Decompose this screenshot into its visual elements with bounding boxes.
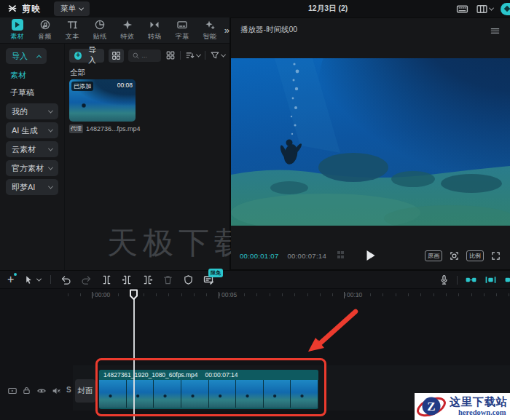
solo-track-icon[interactable]: S (66, 386, 71, 394)
cover-button[interactable]: 封面 (75, 379, 95, 403)
shortcut-keyboard-icon[interactable] (456, 3, 468, 15)
project-date-title: 12月3日 (2) (308, 4, 348, 14)
ribbon-expand-button[interactable]: » (224, 25, 230, 36)
capcut-logo-icon (7, 4, 17, 14)
export-button[interactable] (501, 3, 510, 15)
snap-toggle-icon[interactable] (465, 274, 477, 286)
media-tab-icon (12, 19, 23, 31)
filter-all-label: 全部 (70, 68, 85, 78)
ratio-button[interactable]: 比例 (466, 250, 484, 261)
tab-effects[interactable]: 特效 (114, 18, 141, 43)
search-icon (132, 52, 140, 60)
titlebar: 剪映 菜单 12月3日 (2) (0, 0, 510, 17)
audio-icon (39, 19, 51, 31)
delete-button[interactable] (162, 274, 173, 285)
app-name: 剪映 (22, 3, 41, 15)
tab-audio[interactable]: 音频 (31, 18, 59, 43)
media-library: + 导入 ... (64, 44, 230, 270)
clip-duration-badge: 00:08 (117, 82, 133, 89)
captions-icon (176, 19, 188, 31)
sidebar-item-import[interactable]: 导入 (6, 48, 47, 64)
chevron-down-icon (48, 146, 53, 151)
freeze-shield-icon[interactable] (183, 274, 194, 285)
proxy-badge: 代理 (69, 124, 83, 133)
preview-axis-toggle-icon[interactable] (504, 274, 510, 286)
tab-transition[interactable]: 转场 (141, 18, 169, 43)
chevron-down-icon (48, 165, 53, 170)
timeline-toolbar: + (0, 271, 510, 289)
chevron-down-icon (79, 5, 84, 10)
ruler-label-10: 00:10 (344, 292, 362, 298)
chevron-down-icon (48, 108, 53, 113)
sidebar-item-mine[interactable]: 我的 (6, 103, 58, 119)
chevron-up-icon (36, 55, 42, 60)
watermark-heredown: Z 这里下载站 heredown.com (415, 393, 510, 420)
media-clip-card[interactable]: 已添加 00:08 (69, 79, 136, 122)
added-badge: 已添加 (71, 82, 93, 91)
search-placeholder: ... (142, 52, 148, 59)
media-sidebar: 导入 素材 子草稿 我的 AI 生成 云素材 官方素材 即梦AI (0, 44, 64, 270)
delete-left-button[interactable] (122, 274, 133, 285)
layout-switch-icon[interactable] (476, 3, 493, 15)
clip-filename: 1482736...fps.mp4 (86, 125, 141, 132)
add-track-button[interactable]: + (7, 274, 14, 285)
select-tool-button[interactable] (23, 274, 41, 285)
divider (205, 51, 205, 60)
sparkle-icon (204, 19, 216, 31)
lock-track-icon[interactable] (22, 386, 31, 395)
transition-icon (149, 19, 160, 31)
limited-free-badge: 限免 (208, 269, 223, 277)
svg-text:Z: Z (427, 400, 435, 413)
redo-button[interactable] (81, 274, 92, 285)
hide-track-icon[interactable] (36, 386, 47, 396)
sort-icon[interactable] (185, 50, 200, 60)
chevron-down-icon (196, 52, 201, 57)
heredown-site-name: 这里下载站 (450, 397, 508, 408)
linkage-toggle-icon[interactable] (484, 274, 497, 286)
tab-media[interactable]: 素材 (4, 18, 31, 43)
ruler-label-0: 00:00 (92, 292, 110, 298)
play-button[interactable] (366, 250, 374, 261)
sidebar-item-jimeng-ai[interactable]: 即梦AI (6, 179, 58, 195)
player-controls: 00:00:01:07 00:00:07:14 原画 比例 (231, 246, 510, 265)
ruler-label-5: 00:05 (219, 292, 237, 298)
record-mic-icon[interactable] (439, 274, 450, 285)
player-menu-icon[interactable] (490, 25, 501, 36)
filter-icon[interactable] (210, 50, 225, 60)
watermark-tianji: 天极下载 (107, 223, 250, 264)
chevron-down-icon (48, 127, 53, 132)
sidebar-item-material[interactable]: 素材 (10, 70, 26, 81)
search-input[interactable]: ... (128, 49, 161, 62)
mute-track-icon[interactable] (51, 386, 61, 396)
plus-icon: + (74, 52, 82, 60)
chevron-down-icon (489, 5, 494, 10)
material-bin-icon[interactable] (109, 49, 123, 63)
sidebar-item-cloud-material[interactable]: 云素材 (6, 141, 58, 157)
sidebar-item-ai-generate[interactable]: AI 生成 (6, 122, 58, 138)
menu-button[interactable]: 菜单 (54, 1, 90, 16)
sidebar-item-official-material[interactable]: 官方素材 (6, 160, 58, 176)
sidebar-item-subdraft[interactable]: 子草稿 (10, 87, 34, 98)
view-mode-icon[interactable] (165, 50, 176, 60)
undo-button[interactable] (60, 274, 71, 285)
chevron-down-icon (221, 52, 226, 57)
playhead-handle[interactable] (129, 289, 138, 302)
tab-sticker[interactable]: 贴纸 (86, 18, 114, 43)
main-track-icon[interactable] (7, 386, 17, 396)
original-quality-button[interactable]: 原画 (425, 250, 442, 261)
tab-smart[interactable]: 智能 (196, 18, 224, 43)
divider (457, 276, 458, 285)
menu-button-label: 菜单 (60, 4, 76, 14)
delete-right-button[interactable] (142, 274, 153, 285)
tab-text[interactable]: 文本 (58, 18, 86, 43)
frame-grid-icon (337, 250, 348, 261)
fullscreen-icon[interactable] (490, 250, 501, 261)
import-media-button[interactable]: + 导入 (69, 49, 104, 63)
annotation-highlight-rect (95, 358, 326, 416)
preview-zoom-icon[interactable] (449, 250, 460, 261)
video-preview[interactable] (231, 58, 510, 226)
tab-captions[interactable]: 字幕 (168, 18, 196, 43)
split-button[interactable] (101, 274, 112, 285)
asset-panel: 素材 音频 文本 贴纸 特效 转场 (0, 17, 230, 270)
current-time: 00:00:01:07 (240, 252, 279, 260)
